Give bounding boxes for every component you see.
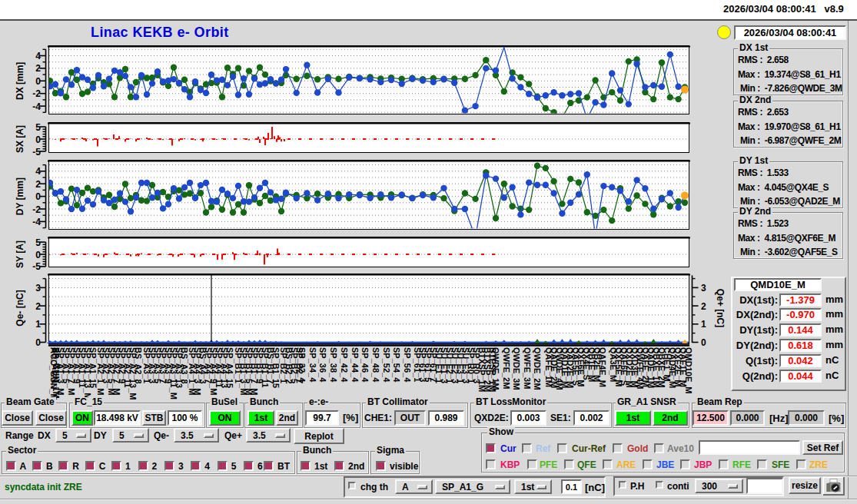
- svg-text:0: 0: [35, 191, 41, 202]
- svg-text:QMD10E_M: QMD10E_M: [684, 347, 693, 394]
- svg-text:3: 3: [701, 283, 706, 293]
- svg-text:Qe+ [nC]: Qe+ [nC]: [715, 289, 726, 327]
- svg-text:0: 0: [35, 250, 41, 260]
- svg-text:SX [A]: SX [A]: [15, 125, 25, 153]
- svg-text:SP_34_4: SP_34_4: [308, 347, 317, 383]
- svg-text:Qe- [nC]: Qe- [nC]: [15, 290, 25, 326]
- svg-text:SP_42_4: SP_42_4: [340, 347, 349, 383]
- svg-text:-2: -2: [32, 88, 41, 99]
- svg-text:SP_56_4: SP_56_4: [403, 347, 412, 383]
- svg-text:0: 0: [701, 337, 706, 348]
- svg-text:SP_36_4: SP_36_4: [318, 347, 327, 383]
- svg-text:-4: -4: [32, 217, 41, 227]
- svg-text:4: 4: [35, 51, 41, 61]
- svg-text:2: 2: [35, 63, 41, 74]
- svg-text:SP_32_4: SP_32_4: [297, 347, 307, 383]
- svg-text:SP_A1_15: SP_A1_15: [88, 347, 98, 388]
- svg-text:SP_B1_15: SP_B1_15: [271, 347, 281, 388]
- svg-text:SP_A4_15: SP_A4_15: [225, 347, 234, 388]
- svg-text:QWDE_1M: QWDE_1M: [491, 347, 500, 390]
- svg-text:2: 2: [35, 301, 41, 312]
- svg-text:0: 0: [35, 76, 41, 87]
- svg-text:1: 1: [35, 319, 41, 330]
- svg-text:DX [mm]: DX [mm]: [15, 62, 25, 100]
- svg-text:4: 4: [35, 166, 41, 177]
- svg-text:QAF4E_M: QAF4E_M: [598, 347, 607, 387]
- svg-text:-4: -4: [32, 101, 41, 112]
- svg-text:QWFE_3M: QWFE_3M: [523, 347, 532, 389]
- svg-text:0: 0: [35, 337, 41, 348]
- svg-text:BS_A2_8: BS_A2_8: [134, 347, 143, 384]
- svg-text:-2: -2: [32, 204, 41, 215]
- svg-text:SP_48_4: SP_48_4: [371, 347, 380, 383]
- svg-text:5: 5: [35, 237, 41, 248]
- svg-text:-5: -5: [32, 147, 41, 158]
- svg-text:SP_44_4: SP_44_4: [350, 347, 360, 383]
- svg-text:SP_38_4: SP_38_4: [329, 347, 338, 383]
- svg-text:2: 2: [35, 179, 41, 190]
- svg-text:SY [A]: SY [A]: [15, 240, 25, 268]
- svg-text:QWFE_2M: QWFE_2M: [502, 347, 511, 389]
- svg-text:SP_54_4: SP_54_4: [392, 347, 401, 383]
- svg-text:3: 3: [35, 283, 41, 293]
- svg-text:QWDE_3M: QWDE_3M: [512, 347, 521, 390]
- svg-text:0: 0: [35, 134, 41, 145]
- svg-text:SP_46_4: SP_46_4: [360, 347, 370, 383]
- svg-text:-5: -5: [32, 261, 41, 272]
- svg-text:1: 1: [701, 319, 706, 330]
- svg-text:DY [mm]: DY [mm]: [15, 177, 25, 215]
- svg-text:QWDE_2M: QWDE_2M: [533, 347, 542, 390]
- svg-text:SP_52_4: SP_52_4: [382, 347, 391, 383]
- svg-text:2: 2: [701, 301, 706, 312]
- svg-text:SP_GUN_1M: SP_GUN_1M: [51, 347, 61, 399]
- svg-text:BS_A3_8: BS_A3_8: [180, 347, 189, 384]
- svg-text:5: 5: [35, 122, 41, 133]
